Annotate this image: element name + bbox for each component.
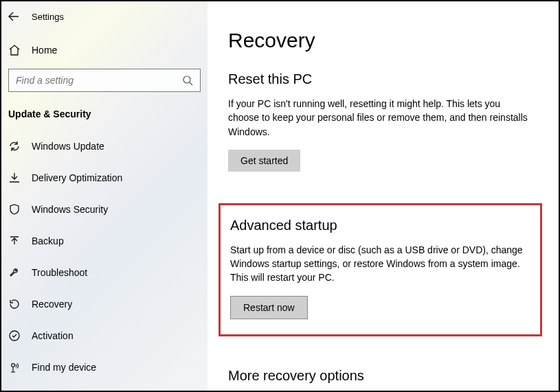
main-content: Recovery Reset this PC If your PC isn't …	[208, 1, 559, 391]
back-icon[interactable]	[8, 11, 19, 22]
nav-label: Find my device	[32, 362, 96, 373]
nav-item-find-my-device[interactable]: Find my device	[1, 351, 208, 383]
section-more-options: More recovery options Learn how to start…	[228, 368, 538, 391]
topbar: Settings	[1, 7, 208, 26]
wrench-icon	[8, 266, 21, 279]
svg-line-1	[190, 82, 192, 85]
nav-list: Windows Update Delivery Optimization Win…	[1, 130, 208, 383]
section-reset-pc: Reset this PC If your PC isn't running w…	[228, 71, 538, 172]
restart-now-button[interactable]: Restart now	[230, 296, 308, 319]
nav-label: Delivery Optimization	[32, 172, 122, 183]
svg-point-0	[183, 76, 190, 83]
recovery-icon	[8, 298, 21, 310]
shield-icon	[8, 203, 21, 216]
download-icon	[8, 172, 21, 184]
nav-label: Activation	[32, 330, 74, 341]
section-advanced-startup: Advanced startup Start up from a device …	[219, 203, 542, 336]
home-label: Home	[32, 45, 57, 56]
nav-item-windows-update[interactable]: Windows Update	[1, 130, 208, 162]
nav-label: Backup	[32, 235, 64, 246]
nav-label: Windows Security	[32, 204, 108, 215]
sidebar-home[interactable]: Home	[1, 26, 208, 69]
more-heading: More recovery options	[228, 368, 538, 384]
search-input[interactable]	[16, 75, 167, 86]
reset-description: If your PC isn't running well, resetting…	[228, 97, 530, 139]
nav-item-troubleshoot[interactable]: Troubleshoot	[1, 257, 208, 288]
nav-label: Recovery	[32, 299, 72, 310]
home-icon	[8, 44, 21, 56]
nav-item-recovery[interactable]: Recovery	[1, 288, 208, 320]
svg-point-2	[10, 331, 19, 341]
svg-point-3	[12, 364, 15, 367]
reset-heading: Reset this PC	[228, 71, 538, 87]
advanced-heading: Advanced startup	[230, 218, 530, 233]
nav-item-backup[interactable]: Backup	[1, 225, 208, 257]
nav-item-windows-security[interactable]: Windows Security	[1, 194, 208, 225]
get-started-button[interactable]: Get started	[228, 150, 300, 172]
find-device-icon	[8, 361, 21, 373]
advanced-description: Start up from a device or disc (such as …	[230, 243, 530, 285]
nav-label: Troubleshoot	[32, 267, 87, 278]
app-title: Settings	[32, 12, 64, 22]
page-title: Recovery	[228, 29, 538, 52]
search-box[interactable]	[8, 69, 201, 92]
nav-item-delivery-optimization[interactable]: Delivery Optimization	[1, 162, 208, 194]
settings-sidebar: Settings Home Update & Security Windows …	[1, 1, 208, 391]
check-circle-icon	[8, 330, 21, 342]
search-icon	[182, 75, 193, 86]
sync-icon	[8, 140, 21, 152]
nav-label: Windows Update	[32, 141, 104, 152]
backup-icon	[8, 235, 21, 247]
nav-item-activation[interactable]: Activation	[1, 320, 208, 351]
category-title: Update & Security	[1, 108, 208, 130]
